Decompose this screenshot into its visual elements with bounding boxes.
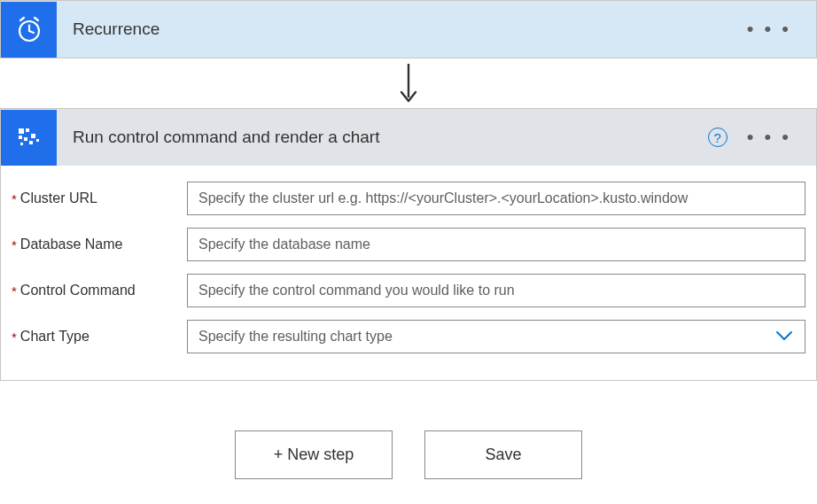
svg-rect-6 — [19, 136, 22, 139]
recurrence-step-card: Recurrence • • • — [0, 0, 817, 58]
footer-actions: + New step Save — [0, 430, 817, 479]
svg-rect-8 — [31, 134, 35, 138]
connector-arrow — [0, 58, 817, 108]
recurrence-step-title: Recurrence — [57, 19, 747, 39]
chart-type-row: * Chart Type — [12, 320, 805, 353]
required-marker: * — [12, 283, 17, 299]
required-marker: * — [12, 237, 17, 252]
kusto-menu-button[interactable]: • • • — [747, 128, 791, 147]
recurrence-menu-button[interactable]: • • • — [747, 19, 791, 39]
control-command-label: * Control Command — [12, 283, 187, 299]
kusto-form: * Cluster URL * Database Name * — [1, 166, 816, 380]
required-marker: * — [12, 330, 17, 345]
required-marker: * — [12, 191, 17, 206]
recurrence-step-header[interactable]: Recurrence • • • — [1, 1, 816, 58]
kusto-step-header[interactable]: Run control command and render a chart ?… — [1, 109, 816, 166]
recurrence-icon — [1, 2, 57, 58]
svg-rect-5 — [26, 128, 29, 132]
svg-rect-4 — [19, 128, 24, 134]
chart-type-label: * Chart Type — [12, 329, 187, 345]
cluster-url-row: * Cluster URL — [12, 182, 805, 215]
control-command-input[interactable] — [187, 274, 805, 307]
save-button[interactable]: Save — [424, 430, 582, 479]
control-command-row: * Control Command — [12, 274, 805, 307]
cluster-url-input[interactable] — [187, 182, 805, 215]
help-icon[interactable]: ? — [708, 128, 728, 147]
chart-type-select[interactable] — [187, 320, 805, 353]
database-name-input[interactable] — [187, 228, 805, 261]
svg-rect-11 — [36, 139, 39, 142]
kusto-icon — [1, 110, 57, 166]
database-name-label: * Database Name — [12, 236, 187, 252]
svg-rect-9 — [29, 141, 33, 144]
database-name-row: * Database Name — [12, 228, 805, 261]
new-step-button[interactable]: + New step — [235, 430, 393, 479]
kusto-step-title: Run control command and render a chart — [57, 128, 708, 147]
kusto-action-card: Run control command and render a chart ?… — [0, 108, 817, 381]
cluster-url-label: * Cluster URL — [12, 190, 187, 206]
svg-rect-10 — [20, 143, 23, 145]
svg-line-2 — [29, 31, 34, 33]
svg-rect-7 — [24, 137, 27, 141]
